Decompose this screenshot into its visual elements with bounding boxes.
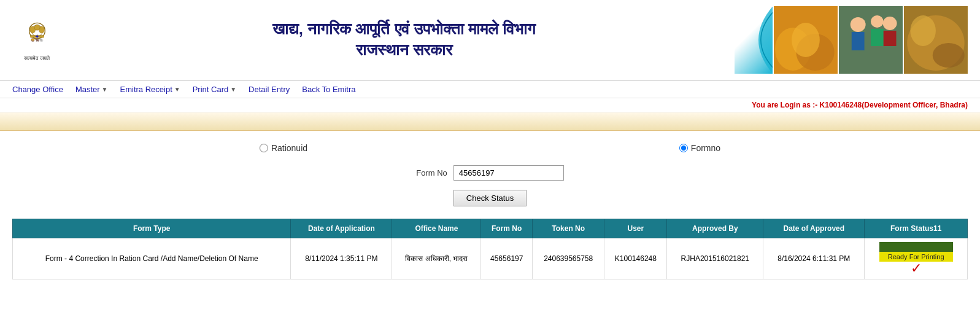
title-line1: खाद्य, नागरिक आपूर्ति एवं उपभोक्ता मामले… [74, 19, 735, 40]
col-form-type: Form Type [13, 219, 291, 238]
cell-date-application: 8/11/2024 1:35:11 PM [291, 238, 392, 279]
cell-approved-by: RJHA201516021821 [667, 238, 763, 279]
header-images [735, 6, 968, 74]
svg-point-6 [36, 35, 38, 37]
formno-label: Formno [691, 143, 720, 153]
nav-change-office-label: Change Office [12, 85, 63, 94]
search-type-row: Rationuid Formno [12, 143, 968, 153]
divider-strip [0, 112, 980, 131]
col-office-name: Office Name [392, 219, 481, 238]
header-img-grain2 [904, 6, 968, 74]
nav-emitra-receipt[interactable]: Emitra Receipt ▼ [120, 85, 180, 94]
login-bar: You are Login as :- K100146248(Developme… [0, 98, 980, 112]
formno-radio[interactable] [679, 144, 688, 152]
svg-rect-22 [884, 31, 897, 46]
nav-back-label: Back To Emitra [302, 85, 355, 94]
nav-master-label: Master [75, 85, 100, 94]
cell-user: K100146248 [604, 238, 667, 279]
svg-rect-20 [871, 29, 884, 46]
form-no-input[interactable] [453, 165, 564, 181]
nav-back-to-emitra[interactable]: Back To Emitra [302, 85, 355, 94]
nav-detail-entry[interactable]: Detail Entry [249, 85, 290, 94]
rationuid-radio[interactable] [260, 144, 268, 152]
cell-office-name: विकास अधिकारी, भादरा [392, 238, 481, 279]
header-img-curve [735, 6, 773, 74]
logo-section: 🦁🐂🐘 सत्यमेव जयते [12, 18, 61, 62]
login-user: K100146248(Development Officer, Bhadra) [820, 101, 968, 109]
nav-print-card-label: Print Card [193, 85, 229, 94]
nav-emitra-arrow: ▼ [174, 86, 180, 93]
svg-point-21 [883, 17, 897, 30]
rationuid-label: Rationuid [271, 143, 307, 153]
table-row: Form - 4 Correction In Ration Card /Add … [13, 238, 968, 279]
form-no-row: Form No [12, 165, 968, 181]
emblem-icon: 🦁🐂🐘 [20, 18, 54, 52]
main-content: Rationuid Formno Form No Check Status Fo… [0, 131, 980, 292]
cell-token-no: 240639565758 [533, 238, 604, 279]
header-img-grain [774, 6, 838, 74]
emblem-text: सत्यमेव जयते [12, 55, 61, 62]
col-date-application: Date of Application [291, 219, 392, 238]
table-header-row: Form Type Date of Application Office Nam… [13, 219, 968, 238]
formno-radio-label[interactable]: Formno [679, 143, 720, 153]
rationuid-radio-label[interactable]: Rationuid [260, 143, 307, 153]
nav-change-office[interactable]: Change Office [12, 85, 63, 94]
col-form-no: Form No [481, 219, 533, 238]
svg-rect-18 [852, 32, 865, 50]
svg-point-19 [871, 15, 884, 28]
nav-print-card[interactable]: Print Card ▼ [193, 85, 236, 94]
check-status-button[interactable]: Check Status [453, 190, 527, 206]
svg-point-4 [34, 25, 39, 30]
svg-point-15 [792, 23, 820, 57]
col-date-approved: Date of Approved [763, 219, 865, 238]
header-title: खाद्य, नागरिक आपूर्ति एवं उपभोक्ता मामले… [74, 19, 735, 61]
col-approved-by: Approved By [667, 219, 763, 238]
login-prefix: You are Login as :- [752, 101, 819, 109]
status-badge-green [879, 242, 953, 252]
form-no-label: Form No [416, 168, 447, 178]
col-form-status: Form Status11 [865, 219, 968, 238]
cell-form-status: Ready For Printing ✓ [865, 238, 968, 279]
cell-form-type: Form - 4 Correction In Ration Card /Add … [13, 238, 291, 279]
checkmark-icon: ✓ [868, 262, 963, 275]
svg-point-26 [933, 43, 965, 68]
nav-detail-entry-label: Detail Entry [249, 85, 290, 94]
cell-date-approved: 8/16/2024 6:11:31 PM [763, 238, 865, 279]
nav-emitra-label: Emitra Receipt [120, 85, 172, 94]
svg-point-25 [910, 15, 936, 46]
results-table: Form Type Date of Application Office Nam… [12, 219, 968, 279]
svg-point-17 [851, 17, 866, 32]
svg-text:🦁🐂🐘: 🦁🐂🐘 [31, 37, 44, 42]
nav-master[interactable]: Master ▼ [75, 85, 108, 94]
col-user: User [604, 219, 667, 238]
navbar: Change Office Master ▼ Emitra Receipt ▼ … [0, 81, 980, 98]
title-line2: राजस्थान सरकार [74, 40, 735, 61]
nav-master-arrow: ▼ [102, 86, 108, 93]
nav-print-card-arrow: ▼ [230, 86, 236, 93]
col-token-no: Token No [533, 219, 604, 238]
cell-form-no: 45656197 [481, 238, 533, 279]
page-header: 🦁🐂🐘 सत्यमेव जयते खाद्य, नागरिक आपूर्ति ए… [0, 0, 980, 81]
header-img-people [839, 6, 903, 74]
